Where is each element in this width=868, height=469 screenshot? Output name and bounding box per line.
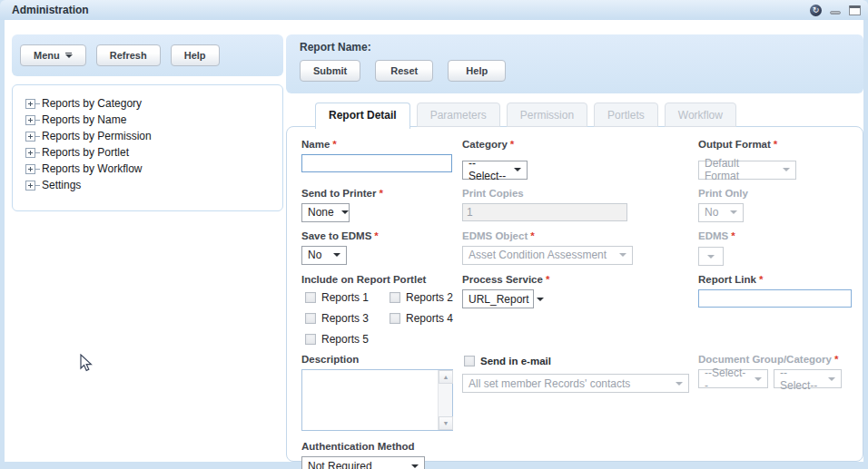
reports-1-checkbox[interactable] — [305, 292, 316, 303]
edms-object-label: EDMS Object — [462, 230, 528, 241]
reports-2-option: Reports 2 — [390, 291, 462, 304]
tree-connector — [35, 120, 40, 121]
report-link-input[interactable] — [698, 289, 852, 308]
tree-item-label[interactable]: Settings — [42, 179, 81, 191]
save-to-edms-field-group: Save to EDMS* No — [301, 230, 462, 267]
tree-item-reports-by-category[interactable]: Reports by Category — [25, 95, 282, 112]
send-in-email-checkbox[interactable] — [464, 356, 475, 366]
chevron-down-icon — [411, 464, 419, 468]
tree-item-label[interactable]: Reports by Category — [42, 97, 142, 110]
expand-plus-icon[interactable] — [25, 148, 35, 158]
category-select[interactable]: --Select-- — [462, 161, 528, 180]
required-marker: * — [374, 230, 378, 241]
maximize-icon[interactable] — [849, 5, 861, 15]
form-tabs: Report Detail Parameters Permission Port… — [315, 103, 736, 127]
document-group-category-group: Document Group/Category* --Select-- --Se… — [698, 354, 852, 431]
submit-button[interactable]: Submit — [300, 60, 360, 82]
left-help-button-label: Help — [184, 50, 206, 61]
include-on-report-portlet-label: Include on Report Portlet — [301, 274, 426, 285]
expand-plus-icon[interactable] — [25, 181, 35, 191]
reports-5-checkbox[interactable] — [305, 334, 316, 345]
tree-item-reports-by-permission[interactable]: Reports by Permission — [25, 128, 282, 144]
edms-label: EDMS — [698, 230, 728, 241]
required-marker: * — [546, 274, 549, 285]
process-service-select[interactable]: URL_Report — [462, 289, 534, 308]
required-marker: * — [834, 354, 838, 365]
email-recipients-select-value: All set member Records' contacts — [469, 377, 630, 390]
reports-3-option: Reports 3 — [305, 312, 390, 325]
mouse-cursor-icon — [80, 354, 94, 376]
tree-item-reports-by-name[interactable]: Reports by Name — [25, 112, 282, 128]
tab-report-detail[interactable]: Report Detail — [315, 103, 410, 129]
reports-2-label: Reports 2 — [406, 291, 453, 304]
send-to-printer-select[interactable]: None — [301, 203, 350, 222]
authentication-method-select[interactable]: Not Required — [301, 456, 425, 469]
category-label: Category — [462, 139, 508, 150]
app-viewport: Menu Refresh Help Reports by Category Re… — [5, 20, 863, 462]
send-in-email-label: Send in e-mail — [480, 356, 551, 366]
chevron-down-icon — [537, 298, 544, 301]
print-only-select-value: No — [705, 206, 718, 219]
tree-item-settings[interactable]: Settings — [25, 177, 282, 193]
tree-item-label[interactable]: Reports by Portlet — [42, 146, 129, 159]
refresh-button[interactable]: Refresh — [96, 44, 161, 66]
chevron-down-icon — [676, 382, 683, 386]
document-group-select-value: --Select-- — [705, 366, 747, 392]
chevron-down-icon — [707, 255, 715, 259]
reports-3-checkbox[interactable] — [305, 313, 316, 324]
edms-object-select: Asset Condition Assessment — [462, 246, 633, 265]
reports-1-label: Reports 1 — [321, 291, 369, 304]
tab-portlets: Portlets — [594, 103, 658, 127]
reports-5-option: Reports 5 — [305, 333, 390, 346]
form-help-button[interactable]: Help — [448, 60, 506, 82]
print-only-select: No — [698, 203, 744, 222]
send-to-printer-label: Send to Printer — [301, 188, 376, 199]
name-input[interactable] — [301, 154, 452, 172]
save-to-edms-select-value: No — [308, 249, 321, 261]
window-refresh-icon[interactable]: ↻ — [810, 5, 822, 16]
name-label: Name — [301, 139, 330, 150]
tree-item-reports-by-workflow[interactable]: Reports by Workflow — [25, 161, 282, 177]
expand-plus-icon[interactable] — [25, 115, 35, 125]
minimize-icon[interactable] — [830, 11, 841, 15]
reports-2-checkbox[interactable] — [390, 292, 400, 303]
expand-plus-icon[interactable] — [25, 132, 35, 142]
reports-5-label: Reports 5 — [321, 333, 369, 346]
required-marker: * — [759, 274, 763, 285]
chevron-down-icon — [619, 253, 626, 257]
left-help-button[interactable]: Help — [171, 44, 220, 66]
description-textarea[interactable] — [302, 370, 438, 430]
reports-4-checkbox[interactable] — [390, 313, 400, 324]
chevron-down-icon — [828, 377, 835, 381]
send-to-printer-select-value: None — [308, 206, 334, 219]
refresh-button-label: Refresh — [110, 50, 147, 61]
scroll-down-icon[interactable]: ▼ — [439, 416, 453, 430]
edms-field-group: EDMS* — [698, 230, 852, 267]
process-service-select-value: URL_Report — [469, 293, 529, 306]
chevron-down-icon — [783, 168, 790, 171]
document-group-select: --Select-- — [698, 369, 768, 388]
description-scrollbar[interactable]: ▲ ▼ — [438, 370, 452, 430]
tab-parameters: Parameters — [417, 103, 500, 127]
submit-button-label: Submit — [313, 65, 347, 76]
expand-plus-icon[interactable] — [25, 99, 35, 109]
send-in-email-option: Send in e-mail — [464, 356, 698, 366]
save-to-edms-select[interactable]: No — [301, 246, 347, 265]
reset-button[interactable]: Reset — [375, 60, 433, 82]
authentication-method-label: Authentication Method — [301, 441, 415, 452]
description-label: Description — [301, 354, 359, 365]
scroll-up-icon[interactable]: ▲ — [439, 370, 453, 384]
required-marker: * — [731, 230, 735, 241]
tree-item-label[interactable]: Reports by Permission — [42, 130, 152, 142]
print-only-label: Print Only — [698, 188, 748, 199]
tree-item-reports-by-portlet[interactable]: Reports by Portlet — [25, 144, 282, 161]
tree-item-label[interactable]: Reports by Workflow — [42, 162, 142, 175]
window-title: Administration — [12, 4, 810, 16]
required-marker: * — [510, 139, 514, 150]
edms-object-field-group: EDMS Object* Asset Condition Assessment — [462, 230, 698, 267]
report-link-label: Report Link — [698, 274, 756, 285]
tree-item-label[interactable]: Reports by Name — [42, 113, 126, 126]
reports-4-label: Reports 4 — [406, 312, 453, 325]
expand-plus-icon[interactable] — [25, 164, 35, 174]
menu-button[interactable]: Menu — [20, 44, 86, 66]
